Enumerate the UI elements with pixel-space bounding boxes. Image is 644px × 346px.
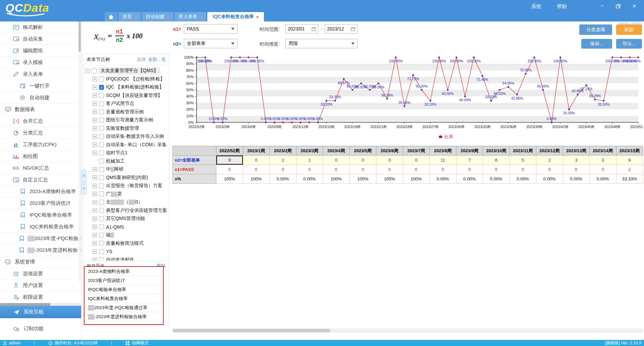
menu-help[interactable]: 帮助 <box>557 3 567 10</box>
table-cell-r2-c12[interactable]: 0.00% <box>536 174 563 184</box>
tree-node-7[interactable]: +实验室数据管理 <box>83 124 169 133</box>
tree-checkbox[interactable] <box>99 249 104 254</box>
n2-select[interactable]: 全部表单 <box>184 39 237 48</box>
plus-expander-icon[interactable]: + <box>93 200 97 205</box>
plus-expander-icon[interactable]: + <box>93 225 97 229</box>
tree-checkbox[interactable] <box>99 126 104 131</box>
table-cell-r0-c0[interactable]: 0 <box>216 156 243 165</box>
tree-node-21[interactable]: +质量检验简洁模式 <box>83 239 169 248</box>
table-cell-r0-c11[interactable]: 5 <box>509 156 536 165</box>
tree-checkbox[interactable] <box>99 167 104 172</box>
table-cell-r2-c14[interactable]: 0.00% <box>590 174 616 184</box>
tree-checkbox[interactable] <box>92 68 97 73</box>
time-dim-select[interactable]: 周报 <box>285 39 358 48</box>
plus-expander-icon[interactable]: + <box>93 151 97 155</box>
table-cell-r1-c4[interactable]: 0 <box>323 165 350 174</box>
panel-expand-button[interactable]: > <box>81 170 87 182</box>
tab-home[interactable] <box>105 12 117 21</box>
table-cell-r1-c7[interactable]: 0 <box>403 165 430 174</box>
plus-expander-icon[interactable]: + <box>93 77 97 81</box>
table-cell-r0-c12[interactable]: 2 <box>536 156 563 165</box>
sidebar-item-21[interactable]: 选项设置 <box>0 268 81 280</box>
refresh-button[interactable]: 刷新 <box>616 24 642 35</box>
tree-checkbox[interactable] <box>99 159 104 164</box>
plus-expander-icon[interactable]: + <box>93 142 97 147</box>
tab-1[interactable]: 自动创建× <box>142 12 174 21</box>
tree-node-11[interactable]: 机械加工 <box>83 157 169 166</box>
sidebar-hscrollbar[interactable] <box>0 303 82 306</box>
tree-node-10[interactable]: +临时节点1 <box>83 149 169 157</box>
table-cell-r1-c6[interactable]: 0 <box>376 165 403 174</box>
sidebar-item-13[interactable]: 自定义汇总 <box>0 174 81 186</box>
table-cell-r2-c13[interactable]: 0.00% <box>563 174 590 184</box>
table-cell-r0-c8[interactable]: 11 <box>430 156 457 165</box>
time-to-input[interactable]: 2023/12 <box>325 24 358 34</box>
sidebar-vscrollbar[interactable] <box>78 21 81 282</box>
table-cell-r2-c10[interactable]: 0.00% <box>483 174 510 184</box>
table-cell-r2-c15[interactable]: 33.33% <box>616 174 643 184</box>
sidebar-item-16[interactable]: IPQC检验单合格率 <box>0 209 81 221</box>
n1-select[interactable]: PASS <box>184 24 237 34</box>
tree-checkbox[interactable] <box>99 200 104 205</box>
tree-node-14[interactable]: +出货报告（验货报告）方案 <box>83 182 169 190</box>
tree-checkbox[interactable] <box>99 224 104 229</box>
table-cell-r0-c6[interactable]: 0 <box>376 156 403 165</box>
sidebar-item-20[interactable]: 系统管理 <box>0 256 81 268</box>
tree-checkbox[interactable] <box>99 208 104 213</box>
tree-checkbox[interactable] <box>99 191 104 196</box>
tree-checkbox[interactable]: ✓ <box>99 85 104 90</box>
tree-checkbox[interactable] <box>99 118 104 123</box>
table-cell-r0-c5[interactable]: 0 <box>350 156 376 165</box>
tab-2[interactable]: 录入表单× <box>174 12 206 21</box>
plus-expander-icon[interactable]: + <box>93 102 97 106</box>
sidebar-item-2[interactable]: 编辑图纸 <box>0 45 81 57</box>
history-item-5[interactable]: ▒▒-2023年度进料检验合格率 <box>85 312 163 321</box>
tab-close-icon[interactable]: × <box>256 14 259 19</box>
tree-node-0[interactable]: −太友质量管理平台【QMS】 <box>83 67 169 75</box>
table-cell-r0-c15[interactable]: 6 <box>616 156 643 165</box>
tree-checkbox[interactable] <box>99 233 104 238</box>
tab-close-icon[interactable]: × <box>134 14 137 19</box>
sidebar-item-system-nav[interactable]: 系统导航 <box>0 306 82 318</box>
table-cell-r1-c11[interactable]: 0 <box>509 165 536 174</box>
tree-select-none-link[interactable]: 无 <box>161 57 166 62</box>
table-cell-r0-c13[interactable]: 3 <box>563 156 590 165</box>
tab-3[interactable]: IQC来料检查合格率× <box>207 12 264 21</box>
table-cell-r2-c6[interactable]: 100% <box>376 174 403 184</box>
tree-node-17[interactable]: +典型客户行业供应链管理方案 <box>83 207 169 215</box>
history-item-2[interactable]: IPQC检验单合格率 <box>85 285 163 294</box>
table-cell-r2-c9[interactable]: 0.00% <box>456 174 483 184</box>
table-cell-r2-c2[interactable]: 0.00% <box>270 174 297 184</box>
table-cell-r1-c13[interactable]: 0 <box>563 165 590 174</box>
tree-node-2[interactable]: +✓IQC 【来料检验|进料检验】 <box>83 83 169 92</box>
sidebar-item-0[interactable]: 格式解析 <box>0 21 81 33</box>
sidebar-item-17[interactable]: IQC来料检查合格率 <box>0 221 81 233</box>
table-cell-r1-c8[interactable]: 0 <box>430 165 457 174</box>
table-cell-r1-c2[interactable]: 0 <box>270 165 297 174</box>
sidebar-item-5[interactable]: 一键打开 <box>0 80 81 92</box>
table-cell-r1-c5[interactable]: 0 <box>350 165 376 174</box>
tree-node-16[interactable]: +太▒▒▒▒（▒▒0） <box>83 198 169 207</box>
tree-node-5[interactable]: +质量巡检管理示例 <box>83 108 169 116</box>
table-cell-r1-c0[interactable]: 0 <box>216 165 243 174</box>
history-item-0[interactable]: 2023-A类物料合格率 <box>85 267 163 276</box>
tree-node-22[interactable]: +YS <box>83 247 169 256</box>
table-cell-r0-c2[interactable]: 2 <box>270 156 297 165</box>
tree-checkbox[interactable] <box>99 76 104 81</box>
tree-checkbox[interactable] <box>99 101 104 106</box>
table-cell-r0-c1[interactable]: 0 <box>243 156 270 165</box>
table-cell-r2-c0[interactable]: 100% <box>216 174 243 184</box>
plus-expander-icon[interactable]: + <box>93 257 97 261</box>
tree-node-8[interactable]: +自动采集-数据文件导入示例 <box>83 132 169 141</box>
table-cell-r2-c5[interactable]: 100% <box>350 174 376 184</box>
plus-expander-icon[interactable]: + <box>93 184 97 188</box>
plus-expander-icon[interactable]: + <box>93 85 97 90</box>
table-cell-r0-c9[interactable]: 7 <box>456 156 483 165</box>
tree-node-3[interactable]: +SCQM【供应链质量管理】 <box>83 92 169 100</box>
plus-expander-icon[interactable]: + <box>93 167 97 172</box>
sidebar-item-18[interactable]: ▒▒2023年度-PQC检验通过率 <box>0 233 81 244</box>
table-cell-r1-c3[interactable]: 0 <box>296 165 323 174</box>
sidebar-item-4[interactable]: 录入表单 <box>0 68 81 80</box>
history-item-1[interactable]: 2023客户投诉统计 <box>85 276 163 285</box>
tree-checkbox[interactable] <box>99 93 104 98</box>
